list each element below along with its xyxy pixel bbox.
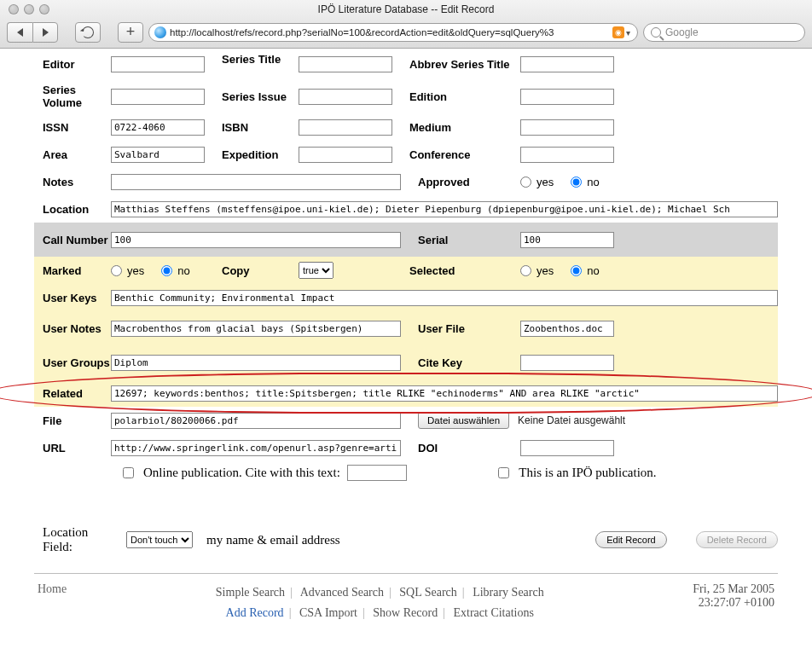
- label-notes: Notes: [34, 176, 111, 188]
- label-issn: ISSN: [34, 121, 111, 134]
- related-input[interactable]: [111, 385, 778, 402]
- rss-icon[interactable]: ◉: [612, 26, 624, 38]
- edit-record-button[interactable]: Edit Record: [595, 531, 666, 548]
- footer-extract-citations[interactable]: Extract Citations: [453, 606, 533, 619]
- selected-no-radio[interactable]: [571, 265, 582, 276]
- footer-date: Fri, 25 Mar 2005: [693, 582, 774, 596]
- medium-input[interactable]: [520, 119, 614, 136]
- conference-input[interactable]: [520, 147, 614, 163]
- label-copy: Copy: [213, 264, 299, 277]
- series-title-input[interactable]: [299, 56, 392, 72]
- location-field-select[interactable]: Don't touch: [126, 531, 193, 548]
- label-location: Location: [34, 203, 111, 216]
- label-medium: Medium: [401, 121, 520, 134]
- online-pub-checkbox[interactable]: [123, 467, 134, 478]
- label-related: Related: [34, 387, 111, 400]
- radio-label-no: no: [177, 264, 189, 277]
- label-marked: Marked: [34, 264, 111, 277]
- isbn-input[interactable]: [299, 119, 392, 136]
- svg-marker-1: [43, 28, 49, 37]
- copy-select[interactable]: true: [299, 262, 334, 279]
- label-user-groups: User Groups: [34, 356, 111, 369]
- site-icon: [154, 26, 166, 38]
- address-bar[interactable]: http://localhost/refs/record.php?serialN…: [148, 23, 638, 42]
- selected-yes-radio[interactable]: [520, 265, 531, 276]
- footer-add-record[interactable]: Add Record: [226, 606, 284, 619]
- footer-csa-import[interactable]: CSA Import: [299, 606, 357, 619]
- file-choose-button[interactable]: Datei auswählen: [418, 412, 509, 429]
- label-user-file: User File: [401, 322, 520, 335]
- radio-label-no: no: [587, 264, 599, 277]
- back-button[interactable]: [7, 22, 32, 43]
- browser-chrome: IPÖ Literature Database -- Edit Record +…: [0, 0, 812, 49]
- label-doi: DOI: [401, 442, 520, 454]
- series-volume-input[interactable]: [111, 89, 205, 105]
- file-status-text: Keine Datei ausgewählt: [518, 414, 625, 426]
- online-pub-cite-input[interactable]: [347, 465, 407, 481]
- footer-sql-search[interactable]: SQL Search: [399, 586, 457, 599]
- label-url: URL: [34, 442, 111, 454]
- label-series-issue: Series Issue: [213, 90, 299, 103]
- label-series-volume: Series Volume: [34, 84, 111, 109]
- label-area: Area: [34, 148, 111, 161]
- user-keys-input[interactable]: [111, 290, 778, 306]
- marked-yes-radio[interactable]: [111, 265, 122, 276]
- doi-input[interactable]: [520, 440, 614, 456]
- add-bookmark-button[interactable]: +: [118, 22, 143, 43]
- ipo-pub-checkbox[interactable]: [498, 467, 509, 478]
- label-selected: Selected: [401, 264, 520, 277]
- separator: [34, 573, 778, 574]
- label-edition: Edition: [401, 90, 520, 103]
- location-input[interactable]: [111, 201, 778, 217]
- label-approved: Approved: [401, 176, 520, 188]
- user-groups-input[interactable]: [111, 355, 401, 371]
- delete-record-button[interactable]: Delete Record: [696, 531, 778, 548]
- serial-input[interactable]: [520, 232, 614, 248]
- call-number-input[interactable]: [111, 232, 401, 248]
- label-location-field: Location Field:: [43, 525, 119, 554]
- url-dropdown-icon[interactable]: ▾: [624, 28, 632, 38]
- footer-simple-search[interactable]: Simple Search: [216, 586, 285, 599]
- marked-no-radio[interactable]: [161, 265, 172, 276]
- online-pub-text: Online publication. Cite with this text:: [143, 466, 340, 480]
- footer-show-record[interactable]: Show Record: [373, 606, 438, 619]
- file-path-input[interactable]: [111, 413, 401, 429]
- url-input[interactable]: [111, 440, 401, 456]
- notes-input[interactable]: [111, 174, 401, 190]
- footer-advanced-search[interactable]: Advanced Search: [300, 586, 384, 599]
- user-notes-input[interactable]: [111, 321, 401, 337]
- area-input[interactable]: [111, 147, 205, 163]
- ipo-pub-text: This is an IPÖ publication.: [519, 466, 656, 480]
- cite-key-input[interactable]: [520, 355, 614, 371]
- search-placeholder: Google: [665, 26, 699, 38]
- page-footer: Home Simple Search| Advanced Search| SQL…: [34, 581, 778, 625]
- footer-library-search[interactable]: Library Search: [473, 586, 544, 599]
- footer-home-link[interactable]: Home: [38, 582, 67, 595]
- label-series-title: Series Title: [213, 53, 299, 66]
- location-field-text: my name & email address: [206, 533, 340, 547]
- forward-button[interactable]: [32, 22, 58, 43]
- radio-label-no: no: [587, 176, 599, 188]
- label-conference: Conference: [401, 148, 520, 161]
- series-issue-input[interactable]: [299, 89, 392, 105]
- abbrev-series-title-input[interactable]: [520, 56, 614, 72]
- svg-marker-0: [17, 28, 23, 37]
- window-title: IPÖ Literature Database -- Edit Record: [0, 3, 812, 15]
- expedition-input[interactable]: [299, 147, 392, 163]
- browser-search[interactable]: Google: [643, 23, 805, 42]
- footer-time: 23:27:07 +0100: [693, 596, 774, 610]
- user-file-input[interactable]: [520, 321, 614, 337]
- label-user-notes: User Notes: [34, 322, 111, 335]
- label-serial: Serial: [401, 234, 520, 246]
- reload-button[interactable]: [75, 22, 101, 43]
- reload-icon: [82, 26, 94, 38]
- edition-input[interactable]: [520, 89, 614, 105]
- label-cite-key: Cite Key: [401, 356, 520, 369]
- editor-input[interactable]: [111, 56, 205, 72]
- issn-input[interactable]: [111, 119, 205, 136]
- approved-no-radio[interactable]: [571, 177, 582, 188]
- radio-label-yes: yes: [127, 264, 144, 277]
- label-file: File: [34, 414, 111, 427]
- approved-yes-radio[interactable]: [520, 177, 531, 188]
- label-user-keys: User Keys: [34, 292, 111, 304]
